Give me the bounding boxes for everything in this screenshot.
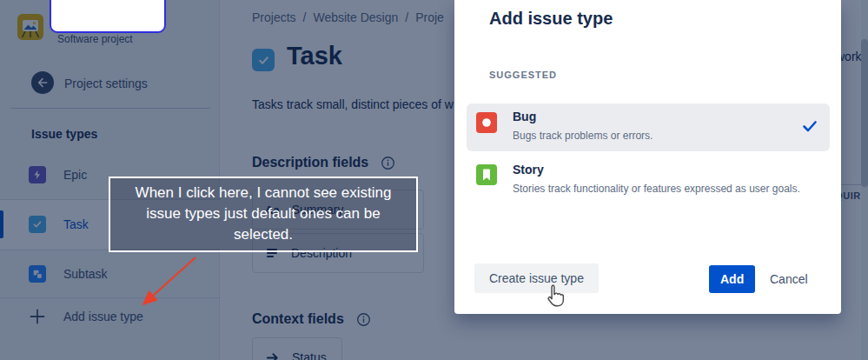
option-description: Stories track functionality or features …	[513, 182, 825, 197]
redaction-box	[50, 0, 166, 33]
option-name: Bug	[513, 110, 536, 123]
screen: Software project Project settings Issue …	[0, 0, 868, 360]
selected-check-icon	[801, 117, 818, 138]
option-story[interactable]: Story Stories track functionality or fea…	[467, 157, 830, 231]
bug-icon	[476, 112, 497, 133]
option-description: Bugs track problems or errors.	[513, 129, 825, 143]
option-bug[interactable]: Bug Bugs track problems or errors.	[467, 103, 830, 151]
create-issue-type-button[interactable]: Create issue type	[474, 263, 599, 293]
cancel-button[interactable]: Cancel	[763, 265, 815, 293]
story-icon	[476, 164, 497, 185]
annotation-note: When I click here, I cannot see existing…	[109, 177, 418, 252]
dialog-title: Add issue type	[489, 9, 613, 29]
option-name: Story	[513, 163, 544, 177]
add-button[interactable]: Add	[709, 265, 755, 293]
suggested-heading: SUGGESTED	[489, 70, 557, 80]
